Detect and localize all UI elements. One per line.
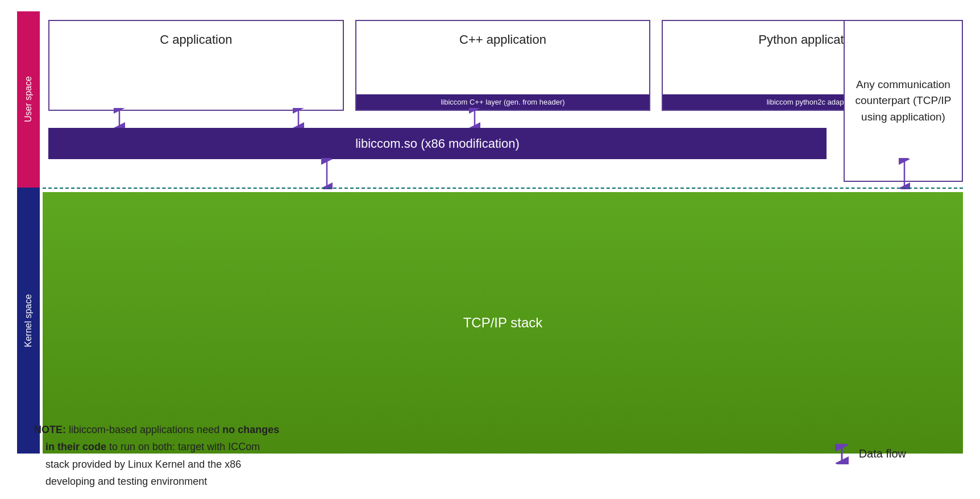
- user-space-area: C application C++ application libiccom C…: [43, 11, 963, 188]
- note-bold2: in their code: [45, 441, 106, 452]
- diagram-container: User space Kernel space C application C+…: [17, 11, 963, 454]
- app-boxes-row: C application C++ application libiccom C…: [48, 20, 957, 111]
- cpp-app-subtitle: libiccom C++ layer (gen. from header): [356, 94, 650, 110]
- kernel-label: TCP/IP stack: [463, 315, 543, 331]
- arrow-c-app: [108, 108, 131, 128]
- arrow-libiccom-kernel: [315, 158, 338, 189]
- note-text-4: stack provided by Linux Kernel and the x…: [45, 459, 241, 470]
- c-app-box: C application: [48, 20, 344, 111]
- note-bold1: no changes: [222, 424, 279, 435]
- arrow-cpp-app: [287, 108, 310, 128]
- arrow-python-app: [463, 108, 486, 128]
- side-labels: User space Kernel space: [17, 11, 40, 454]
- libiccom-label: libiccom.so (x86 modification): [355, 136, 520, 151]
- note-prefix: NOTE:: [34, 424, 66, 435]
- kernel-space-label: Kernel space: [17, 188, 40, 454]
- note-section: NOTE: libiccom-based applications need n…: [34, 421, 963, 490]
- main-content: C application C++ application libiccom C…: [43, 11, 963, 454]
- kernel-bg: TCP/IP stack: [43, 192, 963, 454]
- note-text-3: to run on both: target with ICCom: [106, 441, 260, 452]
- cpp-app-box: C++ application libiccom C++ layer (gen.…: [355, 20, 651, 111]
- note-text-5: developing and testing environment: [45, 476, 207, 487]
- user-space-label: User space: [17, 11, 40, 188]
- legend-label: Data flow: [859, 447, 906, 460]
- any-comm-title: Any communication counterpart (TCP/IP us…: [853, 77, 953, 126]
- kernel-space-area: TCP/IP stack: [43, 188, 963, 454]
- note-text: NOTE: libiccom-based applications need n…: [34, 421, 809, 490]
- libiccom-bar: libiccom.so (x86 modification): [48, 128, 827, 159]
- c-app-title: C application: [160, 32, 232, 47]
- legend: Data flow: [832, 438, 906, 464]
- arrow-any-comm: [893, 158, 916, 189]
- note-text-1: libiccom-based applications need: [66, 424, 222, 435]
- legend-arrow-icon: [832, 444, 852, 464]
- cpp-app-title: C++ application: [459, 32, 546, 47]
